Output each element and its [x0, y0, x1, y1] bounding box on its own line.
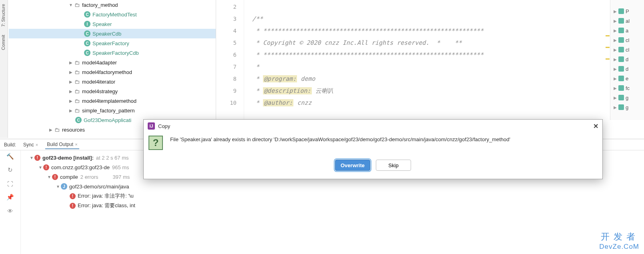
module-icon — [618, 56, 624, 62]
left-toolwindow-bar: 7: Structure Commit — [0, 0, 8, 138]
class-icon: C — [84, 11, 90, 18]
code-line: /** — [252, 13, 604, 25]
code-area[interactable]: /** * **********************************… — [244, 0, 604, 120]
tree-label: FactoryMethodTest — [92, 12, 137, 18]
tree-label: simple_factory_pattern — [82, 108, 135, 114]
close-icon[interactable]: ✕ — [593, 122, 598, 130]
filter-icon[interactable]: ⛶ — [6, 179, 15, 188]
right-structure-panel: ▶P ▶al ▶a ▶cl ▶cl ▶d ▶d ▶e ▶fc ▶g ▶g — [610, 0, 644, 120]
dialog-titlebar[interactable]: IJ Copy ✕ — [144, 120, 602, 132]
stripe-mark[interactable] — [606, 58, 610, 60]
close-icon[interactable]: × — [75, 142, 77, 147]
structure-item[interactable]: ▶al — [610, 16, 644, 26]
chevron-right-icon: ▶ — [614, 48, 617, 52]
class-icon: C — [84, 50, 90, 56]
tree-class-speakerfactory[interactable]: C SpeakerFactory — [9, 38, 216, 48]
error-icon: ! — [52, 174, 58, 180]
code-line — [252, 1, 604, 13]
close-icon[interactable]: × — [36, 142, 38, 147]
chevron-right-icon: ▶ — [614, 105, 617, 110]
tree-folder-factory-method[interactable]: ▼ 🗀 factory_method — [9, 0, 216, 10]
module-icon — [618, 18, 624, 24]
eye-icon[interactable]: 👁 — [6, 206, 15, 215]
structure-item[interactable]: ▶a — [610, 26, 644, 35]
code-line: * **************************************… — [252, 49, 604, 61]
folder-icon: 🗀 — [74, 78, 80, 85]
module-icon — [618, 104, 624, 110]
tree-label: resources — [62, 127, 85, 133]
build-label: Build: — [4, 142, 16, 148]
build-meta: at 2 2 s 67 ms — [96, 155, 129, 161]
watermark: 开发者 DevZe.CoM — [599, 231, 639, 251]
chevron-down-icon: ▼ — [38, 165, 43, 170]
chevron-right-icon: ▶ — [48, 128, 54, 132]
class-icon: C — [75, 117, 82, 123]
structure-item[interactable]: ▶fc — [610, 83, 644, 93]
structure-item[interactable]: ▶d — [610, 54, 644, 64]
tab-sync[interactable]: Sync× — [22, 141, 40, 149]
chevron-right-icon: ▶ — [68, 99, 74, 103]
code-line: * — [252, 61, 604, 73]
structure-item[interactable]: ▶d — [610, 64, 644, 74]
folder-icon: 🗀 — [54, 126, 60, 133]
structure-item[interactable]: ▶g — [610, 93, 644, 102]
hammer-icon[interactable]: 🔨 — [6, 152, 15, 161]
build-row-error-2[interactable]: ! Error: java: 需要class, int — [21, 201, 644, 210]
structure-item[interactable]: ▶g — [610, 102, 644, 112]
structure-tab[interactable]: 7: Structure — [0, 0, 6, 31]
chevron-right-icon: ▶ — [68, 108, 74, 113]
tree-folder-model4factorymethod[interactable]: ▶🗀model4factorymethod — [9, 67, 216, 77]
structure-item[interactable]: ▶e — [610, 74, 644, 83]
code-line: * Copyright © 2020 cnzz Inc.All rights r… — [252, 37, 604, 49]
tree-folder-simple-factory-pattern[interactable]: ▶🗀simple_factory_pattern — [9, 106, 216, 115]
stripe-mark[interactable] — [606, 35, 610, 36]
code-line: * @description: 云喇叭 — [252, 85, 604, 97]
project-tree: ▼ 🗀 factory_method C FactoryMethodTest I… — [9, 0, 216, 138]
tree-label: model4templatemethod — [82, 98, 136, 104]
chevron-down-icon: ▼ — [55, 184, 61, 189]
pin-icon[interactable]: 📌 — [6, 193, 15, 202]
tree-class-speakercdb[interactable]: C SpeakerCdb — [9, 29, 216, 38]
chevron-right-icon: ▶ — [68, 70, 74, 74]
folder-icon: 🗀 — [74, 88, 80, 94]
overwrite-button[interactable]: Overwrite — [335, 160, 370, 171]
commit-tab[interactable]: Commit — [0, 31, 6, 54]
tree-class-speakerfactorycdb[interactable]: C SpeakerFactoryCdb — [9, 48, 216, 58]
structure-item[interactable]: ▶cl — [610, 35, 644, 45]
chevron-right-icon: ▶ — [614, 57, 617, 62]
build-row-error-1[interactable]: ! Error: java: 非法字符: '\u — [21, 191, 644, 201]
build-row-path[interactable]: ▼ J gof23-demo/src/main/java — [21, 182, 644, 191]
tree-class-factorymethodtest[interactable]: C FactoryMethodTest — [9, 10, 216, 19]
tree-folder-model4iterator[interactable]: ▶🗀model4iterator — [9, 77, 216, 86]
chevron-right-icon: ▶ — [614, 38, 617, 42]
code-editor[interactable]: 2345678910 /** * ***********************… — [216, 0, 604, 120]
error-icon: ! — [70, 203, 76, 209]
refresh-icon[interactable]: ↻ — [6, 166, 15, 174]
code-line: * @author: cnzz — [252, 97, 604, 109]
chevron-down-icon: ▼ — [68, 3, 74, 7]
build-meta: 2 errors — [80, 174, 98, 180]
tree-folder-model4strategy[interactable]: ▶🗀model4strategy — [9, 86, 216, 96]
structure-item[interactable]: ▶P — [610, 6, 644, 16]
tab-build-output[interactable]: Build Output× — [45, 140, 79, 149]
folder-icon: 🗀 — [74, 69, 80, 75]
error-icon: ! — [70, 193, 76, 199]
tree-label: model4strategy — [82, 88, 118, 94]
skip-button[interactable]: Skip — [376, 160, 411, 171]
tree-folder-model4templatemethod[interactable]: ▶🗀model4templatemethod — [9, 96, 216, 106]
module-icon — [618, 85, 624, 91]
stripe-mark[interactable] — [606, 47, 610, 48]
tree-label: factory_method — [82, 2, 118, 8]
dialog-message: File 'Speaker.java' already exists in di… — [170, 136, 510, 144]
editor-stripe — [606, 35, 610, 70]
chevron-right-icon: ▶ — [614, 19, 617, 23]
structure-item[interactable]: ▶cl — [610, 45, 644, 54]
tree-folder-model4adapter[interactable]: ▶🗀model4adapter — [9, 58, 216, 67]
module-icon — [618, 28, 624, 33]
build-meta: 397 ms — [113, 174, 130, 180]
tree-interface-speaker[interactable]: I Speaker — [9, 19, 216, 29]
tree-label: SpeakerFactoryCdb — [92, 50, 139, 56]
build-text: Error: java: 需要class, int — [78, 202, 135, 209]
folder-icon: 🗀 — [74, 98, 80, 104]
chevron-right-icon: ▶ — [614, 86, 617, 90]
